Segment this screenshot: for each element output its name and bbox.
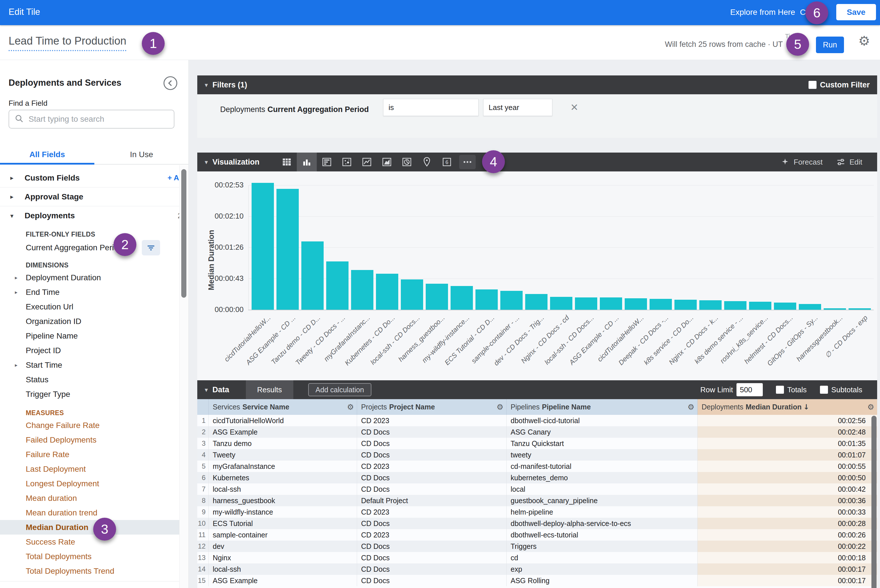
gear-icon[interactable]: ⚙ xyxy=(687,403,697,411)
pie-chart-icon[interactable] xyxy=(397,153,417,171)
chart-bar[interactable] xyxy=(277,189,299,310)
chart-bar[interactable] xyxy=(500,291,523,310)
custom-filter-checkbox[interactable] xyxy=(809,81,817,89)
cell-project-name[interactable]: CD Docs xyxy=(357,472,507,483)
chart-bar[interactable] xyxy=(749,302,771,310)
cell-pipeline-name[interactable]: ASG Canary xyxy=(507,426,698,438)
cell-pipeline-name[interactable]: dbothwell-cicd-tutorial xyxy=(507,415,698,426)
totals-checkbox[interactable] xyxy=(776,386,784,394)
chart-bar[interactable] xyxy=(326,261,349,310)
cell-median-duration[interactable]: 00:00:17 xyxy=(698,575,877,586)
tab-in-use[interactable]: In Use xyxy=(94,146,189,164)
sidebar-dimension-pipeline-name[interactable]: Pipeline Name xyxy=(0,328,189,343)
chart-bar[interactable] xyxy=(475,290,498,310)
sidebar-measure-change-failure-rate[interactable]: Change Failure Rate xyxy=(0,418,189,433)
sidebar-measure-last-deployment[interactable]: Last Deployment xyxy=(0,462,189,476)
sidebar-dimension-execution-url[interactable]: Execution Url xyxy=(0,299,189,314)
gear-icon[interactable]: ⚙ xyxy=(867,403,877,411)
forecast-button[interactable]: Forecast xyxy=(780,157,823,167)
sidebar-measure-mean-duration[interactable]: Mean duration xyxy=(0,491,189,506)
sidebar-dimension-start-time[interactable]: ▸Start Time xyxy=(0,358,189,372)
sidebar-group-approval-stage[interactable]: ▸Approval Stage xyxy=(0,188,189,206)
cell-project-name[interactable]: Default Project xyxy=(357,495,507,506)
cell-service-name[interactable]: dev xyxy=(209,541,357,552)
chart-bar[interactable] xyxy=(625,298,647,310)
sidebar-dimension-end-time[interactable]: ▸End Time xyxy=(0,285,189,299)
column-header-median-duration[interactable]: DeploymentsMedian Duration ↓ ⚙ xyxy=(698,399,877,415)
bar-chart-icon[interactable] xyxy=(317,153,337,171)
cell-project-name[interactable]: CD 2023 xyxy=(357,460,507,472)
chart-bar[interactable] xyxy=(774,303,796,310)
sidebar-group-custom-fields[interactable]: ▸Custom Fields+ Add xyxy=(0,169,189,188)
cell-pipeline-name[interactable]: kubernetes_demo xyxy=(507,472,698,483)
sidebar-field-current-aggregation-period[interactable]: Current Aggregation Period xyxy=(0,239,189,256)
cell-pipeline-name[interactable]: local xyxy=(507,483,698,495)
sidebar-dimension-deployment-duration[interactable]: ▸Deployment Duration xyxy=(0,270,189,285)
chart-bar[interactable] xyxy=(301,242,323,310)
cell-service-name[interactable]: sample-container xyxy=(209,529,357,541)
cell-median-duration[interactable]: 00:00:28 xyxy=(698,518,877,529)
column-header-project-name[interactable]: ProjectsProject Name ⚙ xyxy=(357,399,507,415)
chart-bar[interactable] xyxy=(600,297,622,310)
filter-operator-select[interactable]: is xyxy=(383,99,478,116)
sidebar-dimension-project-id[interactable]: Project ID xyxy=(0,343,189,358)
chart-bar[interactable] xyxy=(401,279,423,310)
cell-pipeline-name[interactable]: cd xyxy=(507,552,698,563)
cell-service-name[interactable]: Nginx xyxy=(209,552,357,563)
cell-pipeline-name[interactable]: Tanzu Quickstart xyxy=(507,438,698,449)
table-scrollbar-thumb[interactable] xyxy=(871,416,877,588)
filter-value-input[interactable]: Last year xyxy=(483,99,552,116)
cell-median-duration[interactable]: 00:00:33 xyxy=(698,506,877,518)
cell-project-name[interactable]: CD Docs xyxy=(357,438,507,449)
remove-filter-icon[interactable]: × xyxy=(571,100,578,114)
cell-service-name[interactable]: Tanzu demo xyxy=(209,438,357,449)
cell-median-duration[interactable]: 00:02:56 xyxy=(698,415,877,426)
cell-service-name[interactable]: Kubernetes xyxy=(209,472,357,483)
data-section-header[interactable]: ▾ Data Results Add calculation Row Limit… xyxy=(197,380,877,399)
cell-service-name[interactable]: my-wildfly-instance xyxy=(209,506,357,518)
sidebar-measure-longest-deployment[interactable]: Longest Deployment xyxy=(0,476,189,491)
cell-median-duration[interactable]: 00:00:55 xyxy=(698,460,877,472)
cell-median-duration[interactable]: 00:00:42 xyxy=(698,483,877,495)
cell-project-name[interactable]: CD 2023 xyxy=(357,415,507,426)
cell-pipeline-name[interactable]: exp xyxy=(507,563,698,575)
chart-bar[interactable] xyxy=(824,308,846,310)
run-button[interactable]: Run xyxy=(816,37,844,53)
chart-bar[interactable] xyxy=(426,284,448,310)
cell-project-name[interactable]: CD Docs xyxy=(357,575,507,586)
field-search-box[interactable] xyxy=(9,110,174,129)
table-icon[interactable] xyxy=(277,153,297,171)
cell-project-name[interactable]: CD Docs xyxy=(357,426,507,438)
cell-project-name[interactable]: CD 2023 xyxy=(357,506,507,518)
cell-project-name[interactable]: CD Docs xyxy=(357,449,507,460)
filter-by-field-button[interactable] xyxy=(142,240,160,255)
single-value-icon[interactable]: 6 xyxy=(437,153,457,171)
cell-median-duration[interactable]: 00:01:35 xyxy=(698,438,877,449)
chart-bar[interactable] xyxy=(724,301,746,310)
field-search-input[interactable] xyxy=(29,115,169,124)
chart-bar[interactable] xyxy=(699,300,722,310)
sidebar-measure-mean-duration-trend[interactable]: Mean duration trend xyxy=(0,506,189,520)
sidebar-dimension-trigger-type[interactable]: Trigger Type xyxy=(0,387,189,401)
tab-all-fields[interactable]: All Fields xyxy=(0,146,94,164)
chart-bar[interactable] xyxy=(799,304,821,310)
cell-pipeline-name[interactable]: tweety xyxy=(507,449,698,460)
cell-service-name[interactable]: harness_guestbook xyxy=(209,495,357,506)
cell-median-duration[interactable]: 00:01:07 xyxy=(698,449,877,460)
chart-bar[interactable] xyxy=(575,297,597,310)
cell-project-name[interactable]: CD 2023 xyxy=(357,529,507,541)
sidebar-measure-failed-deployments[interactable]: Failed Deployments xyxy=(0,433,189,447)
line-chart-icon[interactable] xyxy=(357,153,377,171)
cell-project-name[interactable]: CD Docs xyxy=(357,552,507,563)
tile-title-input[interactable]: Lead Time to Production xyxy=(9,35,126,51)
filters-section-header[interactable]: ▾ Filters (1) Custom Filter xyxy=(197,75,877,94)
cell-pipeline-name[interactable]: ASG Rolling xyxy=(507,575,698,586)
cell-median-duration[interactable]: 00:00:18 xyxy=(698,552,877,563)
row-limit-input[interactable] xyxy=(737,383,763,396)
sidebar-measure-failure-rate[interactable]: Failure Rate xyxy=(0,447,189,462)
add-calculation-button[interactable]: Add calculation xyxy=(308,383,372,396)
chart-bar[interactable] xyxy=(251,183,274,310)
cell-service-name[interactable]: myGrafanaInstance xyxy=(209,460,357,472)
results-tab[interactable]: Results xyxy=(246,380,293,399)
cell-pipeline-name[interactable]: helm-pipeline xyxy=(507,506,698,518)
